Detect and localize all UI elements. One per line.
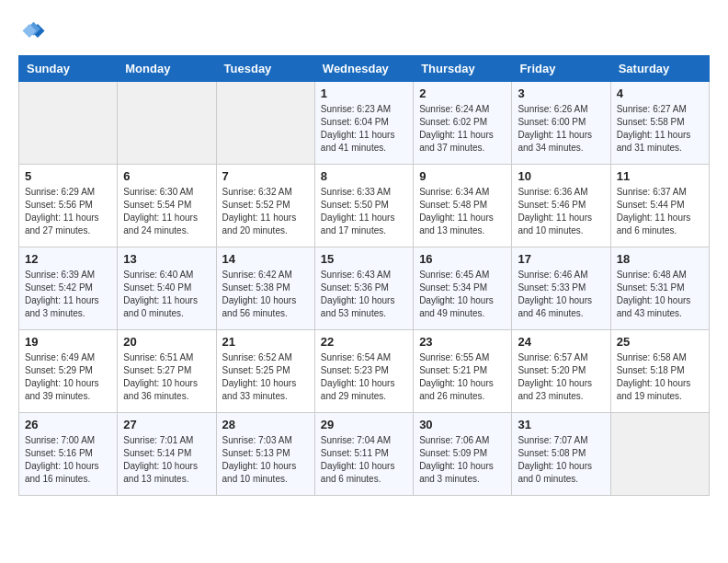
- calendar-cell: 26Sunrise: 7:00 AM Sunset: 5:16 PM Dayli…: [19, 413, 118, 496]
- calendar-cell: 12Sunrise: 6:39 AM Sunset: 5:42 PM Dayli…: [19, 247, 118, 330]
- day-number: 1: [321, 86, 407, 100]
- day-number: 4: [617, 86, 703, 100]
- day-info: Sunrise: 6:27 AM Sunset: 5:58 PM Dayligh…: [617, 103, 703, 155]
- calendar-cell: 28Sunrise: 7:03 AM Sunset: 5:13 PM Dayli…: [216, 413, 314, 496]
- calendar-cell: 31Sunrise: 7:07 AM Sunset: 5:08 PM Dayli…: [512, 413, 610, 496]
- day-info: Sunrise: 6:30 AM Sunset: 5:54 PM Dayligh…: [123, 186, 210, 237]
- day-number: 10: [518, 169, 604, 183]
- calendar-week-row: 12Sunrise: 6:39 AM Sunset: 5:42 PM Dayli…: [19, 247, 710, 330]
- day-number: 14: [222, 252, 309, 266]
- day-info: Sunrise: 6:42 AM Sunset: 5:38 PM Dayligh…: [222, 269, 309, 320]
- day-info: Sunrise: 6:43 AM Sunset: 5:36 PM Dayligh…: [321, 269, 407, 320]
- weekday-header-wednesday: Wednesday: [314, 56, 413, 82]
- day-number: 16: [419, 252, 506, 266]
- day-number: 31: [518, 418, 604, 431]
- day-number: 11: [617, 169, 703, 183]
- calendar-cell: 14Sunrise: 6:42 AM Sunset: 5:38 PM Dayli…: [216, 247, 314, 330]
- day-number: 15: [321, 252, 407, 266]
- day-info: Sunrise: 7:04 AM Sunset: 5:11 PM Dayligh…: [321, 434, 407, 486]
- calendar-week-row: 26Sunrise: 7:00 AM Sunset: 5:16 PM Dayli…: [19, 413, 710, 496]
- day-number: 24: [518, 335, 604, 349]
- calendar-cell: 1Sunrise: 6:23 AM Sunset: 6:04 PM Daylig…: [314, 82, 413, 165]
- day-number: 6: [123, 169, 210, 183]
- day-info: Sunrise: 6:46 AM Sunset: 5:33 PM Dayligh…: [518, 269, 604, 320]
- calendar-cell: 8Sunrise: 6:33 AM Sunset: 5:50 PM Daylig…: [314, 165, 413, 247]
- weekday-header-saturday: Saturday: [610, 56, 709, 82]
- day-info: Sunrise: 6:55 AM Sunset: 5:21 PM Dayligh…: [419, 351, 506, 403]
- calendar-cell: 3Sunrise: 6:26 AM Sunset: 6:00 PM Daylig…: [512, 82, 610, 165]
- day-info: Sunrise: 7:01 AM Sunset: 5:14 PM Dayligh…: [123, 434, 210, 486]
- day-info: Sunrise: 7:03 AM Sunset: 5:13 PM Dayligh…: [222, 434, 309, 486]
- calendar-week-row: 1Sunrise: 6:23 AM Sunset: 6:04 PM Daylig…: [19, 82, 710, 165]
- day-number: 29: [321, 418, 407, 431]
- calendar-week-row: 5Sunrise: 6:29 AM Sunset: 5:56 PM Daylig…: [19, 165, 710, 247]
- weekday-header-friday: Friday: [512, 56, 610, 82]
- day-info: Sunrise: 6:39 AM Sunset: 5:42 PM Dayligh…: [25, 269, 111, 320]
- day-info: Sunrise: 6:52 AM Sunset: 5:25 PM Dayligh…: [222, 351, 309, 403]
- weekday-header-monday: Monday: [118, 56, 216, 82]
- calendar-cell: 7Sunrise: 6:32 AM Sunset: 5:52 PM Daylig…: [216, 165, 314, 247]
- day-info: Sunrise: 6:54 AM Sunset: 5:23 PM Dayligh…: [321, 351, 407, 403]
- calendar-cell: 27Sunrise: 7:01 AM Sunset: 5:14 PM Dayli…: [118, 413, 216, 496]
- calendar-cell: 16Sunrise: 6:45 AM Sunset: 5:34 PM Dayli…: [414, 247, 512, 330]
- day-info: Sunrise: 6:26 AM Sunset: 6:00 PM Dayligh…: [518, 103, 604, 155]
- day-info: Sunrise: 7:06 AM Sunset: 5:09 PM Dayligh…: [419, 434, 506, 486]
- calendar-cell: 29Sunrise: 7:04 AM Sunset: 5:11 PM Dayli…: [314, 413, 413, 496]
- calendar-cell: 30Sunrise: 7:06 AM Sunset: 5:09 PM Dayli…: [414, 413, 512, 496]
- day-info: Sunrise: 7:00 AM Sunset: 5:16 PM Dayligh…: [25, 434, 111, 486]
- calendar-cell: 18Sunrise: 6:48 AM Sunset: 5:31 PM Dayli…: [610, 247, 709, 330]
- calendar-cell: 19Sunrise: 6:49 AM Sunset: 5:29 PM Dayli…: [19, 330, 118, 413]
- day-number: 9: [419, 169, 506, 183]
- day-number: 17: [518, 252, 604, 266]
- logo: [18, 18, 50, 46]
- day-number: 13: [123, 252, 210, 266]
- day-info: Sunrise: 7:07 AM Sunset: 5:08 PM Dayligh…: [518, 434, 604, 486]
- calendar-cell: 2Sunrise: 6:24 AM Sunset: 6:02 PM Daylig…: [414, 82, 512, 165]
- calendar-cell: 21Sunrise: 6:52 AM Sunset: 5:25 PM Dayli…: [216, 330, 314, 413]
- day-info: Sunrise: 6:34 AM Sunset: 5:48 PM Dayligh…: [419, 186, 506, 237]
- calendar-cell: 25Sunrise: 6:58 AM Sunset: 5:18 PM Dayli…: [610, 330, 709, 413]
- day-info: Sunrise: 6:49 AM Sunset: 5:29 PM Dayligh…: [25, 351, 111, 403]
- day-number: 2: [419, 86, 506, 100]
- calendar-cell: [610, 413, 709, 496]
- calendar-cell: 17Sunrise: 6:46 AM Sunset: 5:33 PM Dayli…: [512, 247, 610, 330]
- day-info: Sunrise: 6:32 AM Sunset: 5:52 PM Dayligh…: [222, 186, 309, 237]
- calendar-table: SundayMondayTuesdayWednesdayThursdayFrid…: [18, 55, 710, 496]
- calendar-cell: 4Sunrise: 6:27 AM Sunset: 5:58 PM Daylig…: [610, 82, 709, 165]
- weekday-header-tuesday: Tuesday: [216, 56, 314, 82]
- day-number: 30: [419, 418, 506, 431]
- day-info: Sunrise: 6:51 AM Sunset: 5:27 PM Dayligh…: [123, 351, 210, 403]
- logo-icon: [18, 18, 46, 46]
- calendar-cell: 5Sunrise: 6:29 AM Sunset: 5:56 PM Daylig…: [19, 165, 118, 247]
- calendar-cell: 6Sunrise: 6:30 AM Sunset: 5:54 PM Daylig…: [118, 165, 216, 247]
- day-number: 8: [321, 169, 407, 183]
- day-number: 3: [518, 86, 604, 100]
- day-number: 28: [222, 418, 309, 431]
- day-number: 18: [617, 252, 703, 266]
- day-number: 21: [222, 335, 309, 349]
- calendar-cell: 13Sunrise: 6:40 AM Sunset: 5:40 PM Dayli…: [118, 247, 216, 330]
- day-number: 27: [123, 418, 210, 431]
- day-info: Sunrise: 6:40 AM Sunset: 5:40 PM Dayligh…: [123, 269, 210, 320]
- calendar-week-row: 19Sunrise: 6:49 AM Sunset: 5:29 PM Dayli…: [19, 330, 710, 413]
- calendar-cell: 20Sunrise: 6:51 AM Sunset: 5:27 PM Dayli…: [118, 330, 216, 413]
- calendar-cell: [19, 82, 118, 165]
- calendar-cell: [216, 82, 314, 165]
- day-number: 25: [617, 335, 703, 349]
- page-header: [18, 18, 710, 46]
- day-number: 20: [123, 335, 210, 349]
- day-info: Sunrise: 6:29 AM Sunset: 5:56 PM Dayligh…: [25, 186, 111, 237]
- day-number: 7: [222, 169, 309, 183]
- day-number: 22: [321, 335, 407, 349]
- calendar-cell: 23Sunrise: 6:55 AM Sunset: 5:21 PM Dayli…: [414, 330, 512, 413]
- day-info: Sunrise: 6:37 AM Sunset: 5:44 PM Dayligh…: [617, 186, 703, 237]
- calendar-cell: 11Sunrise: 6:37 AM Sunset: 5:44 PM Dayli…: [610, 165, 709, 247]
- calendar-cell: 15Sunrise: 6:43 AM Sunset: 5:36 PM Dayli…: [314, 247, 413, 330]
- calendar-cell: 9Sunrise: 6:34 AM Sunset: 5:48 PM Daylig…: [414, 165, 512, 247]
- weekday-header-sunday: Sunday: [19, 56, 118, 82]
- day-info: Sunrise: 6:36 AM Sunset: 5:46 PM Dayligh…: [518, 186, 604, 237]
- day-info: Sunrise: 6:48 AM Sunset: 5:31 PM Dayligh…: [617, 269, 703, 320]
- weekday-header-thursday: Thursday: [414, 56, 512, 82]
- day-number: 26: [25, 418, 111, 431]
- calendar-cell: 24Sunrise: 6:57 AM Sunset: 5:20 PM Dayli…: [512, 330, 610, 413]
